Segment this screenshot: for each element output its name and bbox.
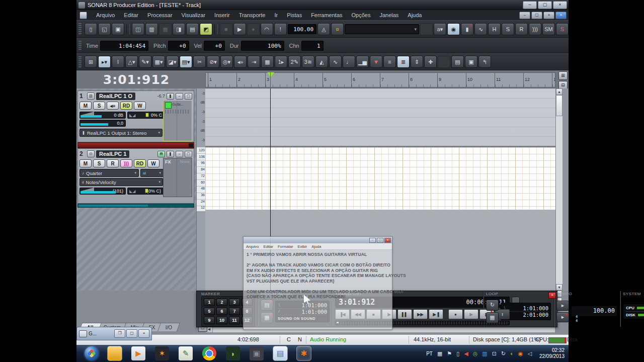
instrument-icon[interactable]: ▤ (157, 151, 165, 157)
solo-dim-button[interactable]: S (556, 23, 569, 35)
marker-insert-button[interactable]: ▼ (370, 56, 382, 68)
expand-tracks-button[interactable]: ⇕ (411, 56, 423, 68)
solo-button[interactable]: S (93, 159, 105, 167)
toolbar-grip[interactable] (78, 23, 82, 35)
restore-icon[interactable]: ❐ (114, 329, 125, 338)
arm-tracks-button[interactable]: R (515, 23, 528, 35)
notepad-menu-item[interactable]: Arquivo (246, 244, 259, 249)
draw-line-button[interactable]: △▾ (125, 56, 138, 68)
language-indicator[interactable]: PT (426, 351, 433, 356)
coreldraw-icon[interactable]: ✎ (179, 346, 193, 360)
metronome-button[interactable]: ◬ (317, 23, 330, 35)
speaker-button[interactable]: ◂» (107, 102, 119, 110)
field-value[interactable]: 1:04:454 (100, 41, 148, 51)
explorer-icon[interactable] (108, 346, 122, 360)
solo-tracks-button[interactable]: S (502, 23, 514, 35)
velocity-slider[interactable]: (101) (79, 188, 126, 195)
device-tray-icon[interactable]: ▯ (456, 350, 459, 357)
notepad-overlay-window[interactable]: – ▢ × ArquivoEditarFormatarExibirAjuda 1… (243, 236, 392, 330)
fit-project-button[interactable]: ✚ (424, 56, 437, 68)
maximize-icon[interactable]: ▢ (377, 238, 383, 243)
start-button[interactable] (85, 346, 99, 360)
open-file-button[interactable]: ◱ (98, 23, 111, 35)
go-end-button[interactable]: ▶▐ (429, 309, 443, 319)
write-automation-button[interactable]: W (147, 159, 159, 167)
app-tray-icon[interactable]: ◉ (518, 350, 523, 357)
display-mode-select[interactable]: ıl Notes/Velocity ▾ (79, 178, 163, 186)
menu-item[interactable]: Ir (274, 12, 278, 18)
notepad-text[interactable]: 1 ° PRIMEIRO VAMOS ABRIR NOSSA GUITARRA … (244, 250, 392, 302)
scrub-tool-button[interactable]: ◉ (447, 23, 460, 35)
volume-slider[interactable]: 0 dB (79, 112, 126, 119)
audition-tool-button[interactable]: ◂» (234, 56, 247, 68)
menu-item[interactable]: Transporte (239, 12, 266, 18)
stop-button[interactable]: ■ (220, 23, 232, 35)
corel-photo-icon[interactable]: ◗ (226, 346, 240, 360)
write-automation-button[interactable]: W (134, 102, 146, 110)
track-strip-2[interactable]: 2 ◎ RealLPC 1 ▤ ❚ – ▢ M S R ))) RD (77, 148, 194, 204)
waveform-button[interactable]: ∿ (329, 56, 342, 68)
fx-bin[interactable]: FX None (163, 158, 192, 197)
marker-button[interactable]: 9 (204, 317, 215, 324)
staff-view-button[interactable]: ▦ (159, 23, 172, 35)
snap-grid-button[interactable]: ⊞ (558, 71, 568, 80)
snap-resolution-select[interactable]: ♪ Quarter ▾ (79, 169, 139, 177)
marker-button[interactable]: 11 (229, 317, 240, 324)
solo-midi-button[interactable]: SM (542, 23, 555, 35)
undo-view-button[interactable]: ↰ (478, 56, 491, 68)
notepad-menu-item[interactable]: Editar (263, 244, 273, 249)
flag-tray-icon[interactable]: ⚑ (447, 350, 452, 357)
loop-explorer-button[interactable]: ◩ (200, 23, 212, 35)
marker-button[interactable]: 10 (216, 317, 227, 324)
play-button[interactable]: ▶ (233, 23, 246, 35)
output-select[interactable]: ❚ RealLPC 1 Output 1: Stereo ▾ (79, 129, 163, 137)
menu-item[interactable]: Visualizar (182, 12, 206, 18)
record-button[interactable]: ● (448, 309, 463, 319)
menu-item[interactable]: Arquivo (96, 12, 115, 18)
restore-button[interactable]: ▢ (538, 1, 552, 9)
sonar-icon[interactable]: ✱ (297, 346, 311, 360)
minimize-button[interactable]: – (523, 1, 537, 9)
child-restore-button[interactable]: ▢ (531, 12, 542, 19)
grid-tool-button[interactable]: ▦▾ (152, 56, 165, 68)
arm-button[interactable]: R (107, 159, 119, 167)
tempo-record-button[interactable]: ▸ (556, 312, 569, 322)
playhead-marker[interactable] (267, 72, 274, 77)
midi-keyboard-tray-icon[interactable]: ▦ (437, 350, 442, 357)
console-view-button[interactable]: ◨ (173, 23, 185, 35)
piano-roll-button[interactable]: ▥ (145, 23, 158, 35)
vertical-scrollbar[interactable]: ▲ ▼ (555, 88, 562, 291)
tempo-display[interactable]: 100.00 4 4 (571, 306, 617, 317)
reset-button[interactable]: ! (274, 23, 287, 35)
close-icon[interactable]: × (138, 329, 149, 338)
image-window-icon[interactable]: ▣ (250, 346, 264, 360)
scroll-up-icon[interactable]: ▲ (556, 88, 562, 95)
preset-combo[interactable]: ▾ (345, 24, 419, 34)
brush-3-button[interactable]: 3≋ (302, 56, 314, 68)
controller-pane-button[interactable]: ≡ (383, 56, 396, 68)
field-value[interactable]: +0 (204, 41, 225, 51)
fit-tracks-button[interactable]: ⇥ (248, 56, 260, 68)
close-button[interactable]: × (553, 1, 567, 9)
record-options-button[interactable]: ▮ (461, 23, 473, 35)
update-tray-icon[interactable]: ↻ (501, 350, 506, 357)
toolbar-close-icon[interactable]: × (555, 12, 567, 19)
fl-studio-icon[interactable]: ✶ (155, 346, 169, 360)
scissors-tool-button[interactable]: ✂ (193, 56, 206, 68)
menu-item[interactable]: Ferramentas (311, 12, 342, 18)
track-manager-button[interactable]: ≣ (397, 56, 410, 68)
notepad-menu-item[interactable]: Formatar (278, 244, 293, 249)
select-tool-button[interactable]: ▸▾ (98, 56, 111, 68)
menu-item[interactable]: Editar (124, 12, 138, 18)
maximize-strip-icon[interactable]: ▢ (185, 151, 192, 157)
mute-tool-button[interactable]: ◪▾ (166, 56, 179, 68)
menu-item[interactable]: Processar (147, 12, 173, 18)
note-draw-select[interactable]: ııl ▾ (140, 169, 164, 177)
minimize-strip-icon[interactable]: – (176, 151, 183, 157)
marker-button[interactable]: 3 (229, 299, 240, 306)
record-button[interactable]: ● (247, 23, 260, 35)
velocity-button[interactable]: ▁▅ (356, 56, 369, 68)
notepad-menu-item[interactable]: Exibir (297, 244, 307, 249)
pan-slider[interactable]: ◣◢ (0% C) (127, 188, 164, 195)
menu-item[interactable]: Pistas (287, 12, 302, 18)
